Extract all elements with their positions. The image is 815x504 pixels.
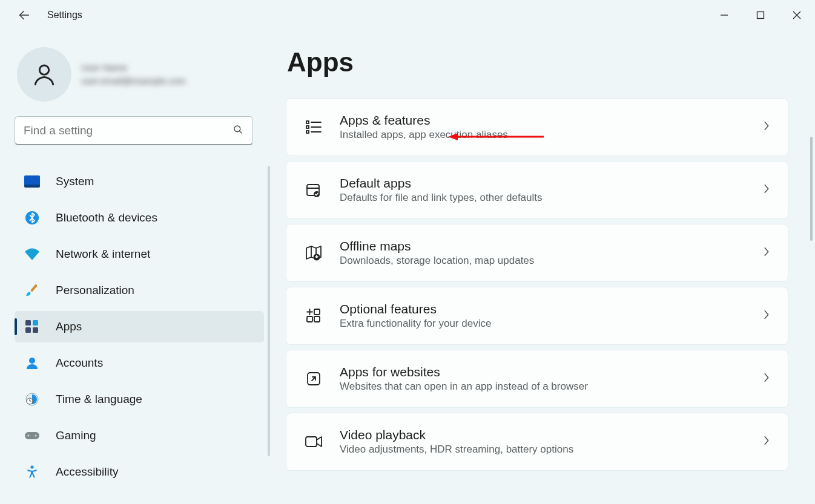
card-desc: Installed apps, app execution aliases: [340, 129, 745, 141]
paintbrush-icon: [24, 283, 40, 298]
svg-rect-21: [25, 432, 39, 439]
svg-rect-9: [24, 185, 40, 188]
svg-point-24: [30, 465, 33, 468]
svg-point-22: [27, 434, 29, 436]
sidebar-item-accounts[interactable]: Accounts: [15, 347, 264, 379]
card-offline-maps[interactable]: Offline maps Downloads, storage location…: [286, 224, 788, 282]
monitor-icon: [24, 174, 40, 189]
default-apps-icon: [305, 181, 323, 199]
card-desc: Extra functionality for your device: [340, 318, 745, 330]
open-external-icon: [305, 370, 323, 388]
svg-point-5: [39, 65, 48, 74]
gamepad-icon: [24, 428, 40, 443]
close-button[interactable]: [779, 0, 815, 30]
chevron-right-icon: [762, 309, 771, 322]
search-icon: [233, 124, 243, 137]
sidebar-scrollbar[interactable]: [268, 166, 270, 456]
svg-rect-43: [306, 437, 317, 447]
sidebar-item-label: System: [56, 175, 94, 188]
sidebar-nav: System Bluetooth & devices Network & int…: [15, 166, 264, 488]
card-video-playback[interactable]: Video playback Video adjustments, HDR st…: [286, 413, 788, 471]
clock-globe-icon: [24, 391, 40, 407]
app-title: Settings: [47, 10, 82, 21]
svg-line-7: [239, 131, 242, 133]
svg-rect-27: [306, 131, 309, 133]
svg-rect-14: [25, 327, 31, 333]
search-input[interactable]: [15, 116, 253, 145]
list-details-icon: [305, 118, 323, 136]
profile-section[interactable]: User Name user.email@example.com: [15, 47, 264, 102]
content: Apps Apps & features Installed apps, app…: [272, 30, 815, 504]
settings-card-list: Apps & features Installed apps, app exec…: [286, 98, 793, 471]
sidebar-item-label: Personalization: [56, 284, 134, 297]
window-controls: [706, 0, 815, 30]
card-title: Offline maps: [340, 239, 745, 254]
sidebar-item-label: Accounts: [56, 356, 103, 370]
apps-grid-icon: [24, 319, 40, 335]
account-icon: [24, 355, 40, 371]
svg-point-16: [29, 358, 35, 364]
profile-email: user.email@example.com: [81, 74, 186, 88]
accessibility-icon: [24, 464, 40, 480]
sidebar-item-network[interactable]: Network & internet: [15, 238, 264, 270]
svg-rect-11: [30, 284, 38, 292]
sidebar-item-apps[interactable]: Apps: [15, 311, 264, 342]
maximize-button[interactable]: [742, 0, 779, 30]
card-optional-features[interactable]: Optional features Extra functionality fo…: [286, 287, 788, 345]
card-title: Default apps: [340, 176, 745, 191]
sidebar-item-label: Gaming: [56, 429, 96, 442]
card-title: Video playback: [340, 428, 745, 442]
video-icon: [305, 433, 323, 451]
bluetooth-icon: [24, 210, 40, 226]
sidebar-item-label: Accessibility: [56, 465, 118, 479]
card-desc: Websites that can open in an app instead…: [340, 381, 745, 393]
card-desc: Downloads, storage location, map updates: [340, 255, 745, 267]
titlebar: Settings: [0, 0, 815, 30]
svg-rect-2: [757, 12, 764, 19]
sidebar: User Name user.email@example.com System: [0, 30, 272, 504]
sidebar-item-bluetooth[interactable]: Bluetooth & devices: [15, 202, 264, 234]
chevron-right-icon: [762, 120, 771, 134]
chevron-right-icon: [762, 183, 771, 197]
minimize-button[interactable]: [706, 0, 742, 30]
svg-rect-37: [307, 316, 312, 322]
svg-rect-15: [33, 327, 38, 333]
sidebar-item-label: Time & language: [56, 393, 142, 406]
svg-rect-13: [33, 320, 38, 326]
chevron-right-icon: [762, 435, 771, 448]
svg-point-23: [35, 434, 36, 436]
sidebar-item-label: Bluetooth & devices: [56, 211, 157, 224]
profile-name: User Name: [81, 61, 186, 74]
page-title: Apps: [287, 47, 793, 77]
card-title: Apps for websites: [340, 365, 745, 379]
chevron-right-icon: [762, 246, 771, 260]
svg-rect-39: [314, 309, 320, 315]
sidebar-item-system[interactable]: System: [15, 166, 264, 197]
card-title: Apps & features: [340, 113, 745, 128]
wifi-icon: [24, 246, 40, 262]
chevron-right-icon: [762, 372, 771, 385]
sidebar-item-personalization[interactable]: Personalization: [15, 275, 264, 306]
avatar: [17, 47, 71, 102]
svg-rect-12: [25, 320, 31, 326]
card-title: Optional features: [340, 302, 745, 316]
card-desc: Defaults for file and link types, other …: [340, 192, 745, 204]
card-default-apps[interactable]: Default apps Defaults for file and link …: [286, 161, 788, 219]
back-button[interactable]: [15, 5, 34, 25]
sidebar-item-time[interactable]: Time & language: [15, 384, 264, 415]
maximize-icon: [756, 11, 765, 19]
sidebar-item-accessibility[interactable]: Accessibility: [15, 456, 264, 488]
sidebar-item-gaming[interactable]: Gaming: [15, 420, 264, 451]
content-scrollbar[interactable]: [810, 137, 813, 241]
card-apps-websites[interactable]: Apps for websites Websites that can open…: [286, 350, 788, 408]
card-apps-features[interactable]: Apps & features Installed apps, app exec…: [286, 98, 788, 156]
person-icon: [31, 61, 58, 88]
arrow-left-icon: [18, 8, 31, 22]
map-download-icon: [305, 244, 323, 262]
sidebar-item-label: Apps: [56, 320, 82, 333]
search-wrap: [15, 116, 253, 145]
minimize-icon: [720, 11, 728, 19]
card-desc: Video adjustments, HDR streaming, batter…: [340, 443, 745, 456]
svg-rect-26: [306, 126, 309, 128]
close-icon: [793, 11, 801, 19]
